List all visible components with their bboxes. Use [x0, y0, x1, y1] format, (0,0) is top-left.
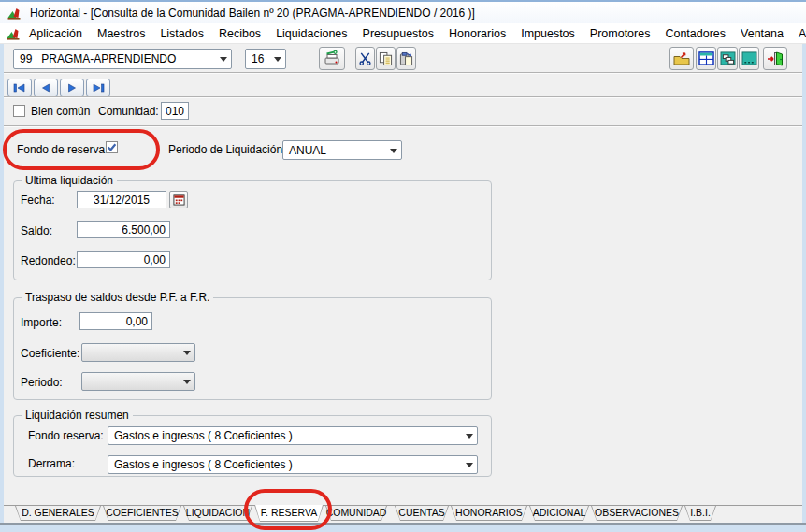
- full-window-button[interactable]: [739, 47, 759, 70]
- bien-comun-label: Bien común: [31, 105, 90, 118]
- coeficiente-label: Coeficiente:: [21, 347, 79, 360]
- first-record-button[interactable]: [7, 79, 32, 97]
- comunidad-input[interactable]: [161, 102, 189, 120]
- fecha-label: Fecha:: [21, 194, 55, 207]
- tab-ibi[interactable]: I.B.I.: [684, 506, 716, 521]
- menu-listados[interactable]: Listados: [152, 24, 211, 43]
- chevron-down-icon[interactable]: [461, 427, 477, 444]
- importe-input[interactable]: [79, 312, 152, 330]
- chevron-down-icon[interactable]: [215, 50, 231, 68]
- exercise-combobox[interactable]: 16: [245, 49, 286, 69]
- cascade-windows-button[interactable]: [717, 47, 738, 70]
- menu-liquidaciones[interactable]: Liquidaciones: [268, 24, 354, 43]
- folder-arrow-icon: [673, 51, 690, 66]
- scissors-icon: [358, 51, 372, 66]
- liquidacion-resumen-title: Liquidación resumen: [22, 409, 133, 422]
- chevron-down-icon[interactable]: [461, 456, 477, 473]
- exit-door-icon: [767, 51, 784, 66]
- chevron-down-icon[interactable]: [179, 373, 194, 390]
- menu-bar: Aplicación Maestros Listados Recibos Liq…: [0, 23, 806, 44]
- copy-button[interactable]: [376, 47, 396, 70]
- fondo-de-reserva-label: Fondo de reserva: [17, 143, 105, 156]
- periodo-combobox[interactable]: [81, 372, 195, 391]
- saldo-label: Saldo:: [21, 224, 52, 237]
- tab-f-reserva[interactable]: F. RESERVA: [254, 505, 324, 522]
- comunidad-label: Comunidad:: [98, 105, 159, 118]
- derrama-label: Derrama:: [28, 457, 75, 470]
- menu-promotores[interactable]: Promotores: [583, 24, 658, 43]
- window-title: Horizontal - [Consulta de la Comunidad B…: [30, 7, 475, 20]
- printer-icon: [323, 50, 341, 67]
- menu-honorarios[interactable]: Honorarios: [441, 24, 513, 43]
- tab-observaciones[interactable]: OBSERVACIONES: [591, 506, 683, 521]
- next-record-button[interactable]: [60, 79, 84, 97]
- periodo-value: [82, 373, 179, 390]
- window-frame-left: [0, 23, 4, 532]
- tab-adicional[interactable]: ADICIONAL: [529, 506, 589, 521]
- ultima-liquidacion-title: Ultima liquidación: [22, 174, 117, 187]
- menu-recibos[interactable]: Recibos: [211, 24, 268, 43]
- company-combobox-value: 99 PRAGMA-APRENDIENDO: [14, 50, 215, 68]
- tab-liquidacion[interactable]: LIQUIDACION: [183, 506, 252, 521]
- windows-grid-button[interactable]: [696, 47, 716, 70]
- periodo-liquidacion-label: Periodo de Liquidación:: [168, 143, 285, 156]
- fondo-reserva-resumen-label: Fondo reserva:: [28, 429, 104, 442]
- fondo-reserva-combobox[interactable]: Gastos e ingresos ( 8 Coeficientes ): [108, 426, 478, 445]
- periodo-label: Periodo:: [21, 376, 63, 389]
- menu-impuestos[interactable]: Impuestos: [513, 24, 583, 43]
- chevron-down-icon[interactable]: [269, 50, 285, 68]
- fecha-input[interactable]: [77, 191, 166, 208]
- tab-d-generales[interactable]: D. GENERALES: [15, 506, 101, 521]
- divider: [4, 96, 802, 98]
- menu-aplicacion[interactable]: Aplicación: [22, 24, 90, 43]
- derrama-value: Gastos e ingresos ( 8 Coeficientes ): [108, 456, 461, 473]
- fondo-de-reserva-checkbox[interactable]: [106, 141, 118, 153]
- menu-contadores[interactable]: Contadores: [657, 24, 733, 43]
- copy-icon: [379, 51, 393, 66]
- cut-button[interactable]: [355, 47, 375, 70]
- exercise-combobox-value: 16: [246, 50, 269, 68]
- bien-comun-checkbox[interactable]: [13, 105, 25, 117]
- menu-ayuda[interactable]: Ayuda: [791, 24, 806, 43]
- app-logo-icon: [7, 6, 22, 21]
- checkmark-icon: [107, 142, 117, 152]
- previous-record-button[interactable]: [34, 79, 58, 97]
- redondeo-label: Redondeo:: [21, 254, 76, 267]
- tab-cuentas[interactable]: CUENTAS: [395, 506, 449, 521]
- exit-button[interactable]: [763, 47, 787, 70]
- saldo-input[interactable]: [77, 221, 170, 238]
- company-combobox[interactable]: 99 PRAGMA-APRENDIENDO: [13, 49, 232, 69]
- export-folder-button[interactable]: [669, 47, 694, 70]
- application-window: Horizontal - [Consulta de la Comunidad B…: [0, 0, 806, 532]
- tab-comunidad[interactable]: COMUNIDAD: [325, 506, 387, 521]
- redondeo-input[interactable]: [77, 251, 170, 268]
- next-record-icon: [65, 83, 79, 93]
- divider: [4, 72, 802, 74]
- previous-record-icon: [39, 83, 52, 93]
- tab-honorarios[interactable]: HONORARIOS: [451, 506, 527, 521]
- title-bar[interactable]: Horizontal - [Consulta de la Comunidad B…: [0, 2, 806, 23]
- chevron-down-icon[interactable]: [385, 141, 401, 159]
- coeficiente-value: [82, 344, 179, 361]
- calendar-icon: [173, 194, 185, 206]
- menu-presupuestos[interactable]: Presupuestos: [355, 24, 441, 43]
- menu-ventana[interactable]: Ventana: [733, 24, 791, 43]
- cascade-windows-icon: [720, 51, 736, 65]
- app-logo-icon-small: [6, 26, 22, 41]
- derrama-combobox[interactable]: Gastos e ingresos ( 8 Coeficientes ): [108, 455, 478, 474]
- table-window-icon: [698, 51, 714, 65]
- print-setup-button[interactable]: [319, 47, 345, 70]
- periodo-liquidacion-combobox[interactable]: ANUAL: [282, 140, 402, 160]
- first-record-icon: [13, 83, 26, 93]
- tab-coeficientes[interactable]: COEFICIENTES: [103, 506, 181, 521]
- menu-maestros[interactable]: Maestros: [90, 24, 152, 43]
- coeficiente-combobox[interactable]: [81, 343, 195, 362]
- paste-button[interactable]: [396, 47, 416, 70]
- last-record-button[interactable]: [86, 79, 110, 97]
- divider: [4, 125, 802, 127]
- periodo-liquidacion-value: ANUAL: [283, 141, 385, 159]
- chevron-down-icon[interactable]: [179, 344, 194, 361]
- calendar-button[interactable]: [169, 191, 188, 208]
- paste-icon: [399, 51, 413, 66]
- fondo-reserva-value: Gastos e ingresos ( 8 Coeficientes ): [108, 427, 461, 444]
